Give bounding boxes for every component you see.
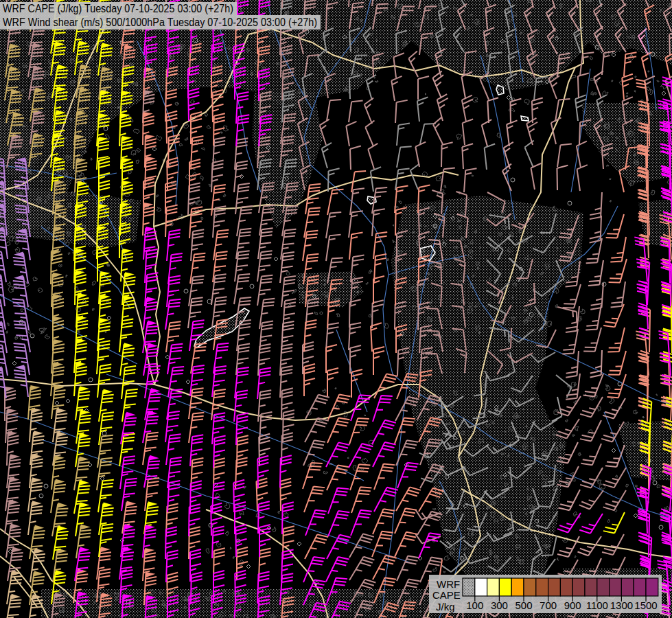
svg-text:J/kg: J/kg bbox=[436, 601, 455, 613]
svg-text:CAPE: CAPE bbox=[432, 589, 461, 601]
svg-text:WRF CAPE (J/kg) Tuesday 07-10-: WRF CAPE (J/kg) Tuesday 07-10-2025 03:00… bbox=[3, 3, 233, 14]
svg-text:1500: 1500 bbox=[634, 599, 657, 611]
svg-text:100: 100 bbox=[466, 599, 483, 611]
svg-text:300: 300 bbox=[491, 599, 508, 611]
svg-text:WRF Wind shear (m/s) 500/1000h: WRF Wind shear (m/s) 500/1000hPa Tuesday… bbox=[3, 16, 317, 28]
svg-text:1300: 1300 bbox=[610, 599, 633, 611]
svg-text:900: 900 bbox=[564, 599, 581, 611]
svg-text:700: 700 bbox=[540, 599, 557, 611]
svg-text:WRF: WRF bbox=[437, 578, 460, 590]
svg-text:1100: 1100 bbox=[586, 599, 608, 611]
svg-text:500: 500 bbox=[515, 599, 532, 611]
